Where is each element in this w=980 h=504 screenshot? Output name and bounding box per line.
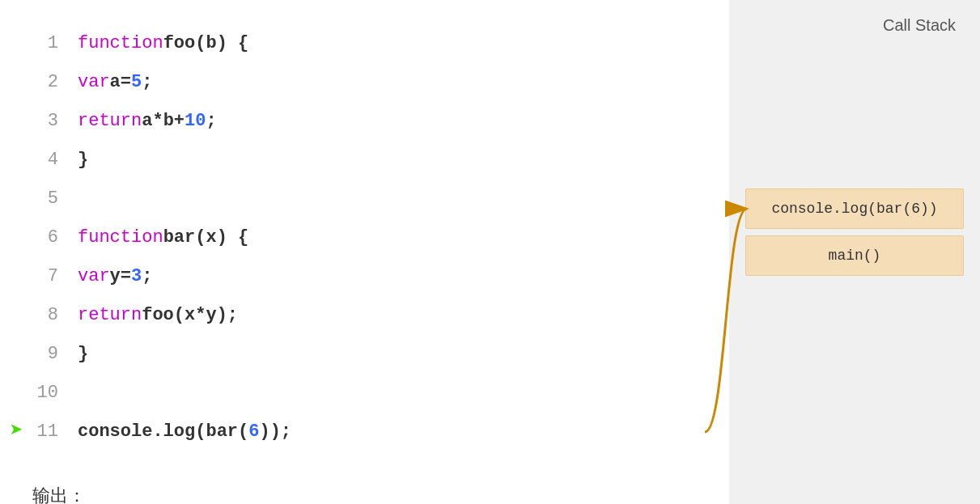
- line-number: 5: [32, 180, 58, 218]
- code-token: a: [110, 63, 121, 102]
- code-line: 8 return foo(x * y);: [32, 296, 713, 335]
- code-token: =: [121, 257, 131, 296]
- line-number: 11: [32, 413, 58, 451]
- current-line-arrow: ➤: [10, 421, 23, 443]
- callstack-title: Call Stack: [883, 16, 956, 35]
- code-token: bar(x) {: [163, 218, 249, 257]
- code-token: return: [78, 102, 142, 141]
- line-content: return a * b + 10;: [78, 102, 217, 141]
- line-number: 2: [32, 63, 58, 102]
- code-area: 1function foo(b) {2 var a = 5;3 return a…: [0, 0, 729, 504]
- code-token: function: [78, 24, 163, 63]
- line-number: 10: [32, 374, 58, 413]
- code-token: ));: [259, 413, 291, 451]
- line-content: function foo(b) {: [78, 24, 248, 63]
- callstack-item: console.log(bar(6)): [745, 188, 964, 229]
- code-line: 2 var a = 5;: [32, 63, 713, 102]
- code-token: function: [78, 218, 163, 257]
- code-token: foo(b) {: [163, 24, 249, 63]
- callstack-items: console.log(bar(6))main(): [745, 188, 964, 276]
- code-line: 1function foo(b) {: [32, 24, 713, 63]
- line-content: }: [78, 335, 88, 374]
- code-token: b: [163, 102, 174, 141]
- code-line: ➤11console.log(bar(6));: [32, 413, 713, 451]
- code-token: console.log(bar(: [78, 413, 248, 451]
- code-line: 7 var y = 3;: [32, 257, 713, 296]
- line-content: var y = 3;: [78, 257, 152, 296]
- line-content: return foo(x * y);: [78, 296, 238, 335]
- line-number: 7: [32, 257, 58, 296]
- code-token: ;: [142, 257, 152, 296]
- code-token: 3: [131, 257, 142, 296]
- line-content: function bar(x) {: [78, 218, 248, 257]
- code-token: var: [78, 63, 110, 102]
- line-number: 4: [32, 141, 58, 180]
- code-line: 10: [32, 374, 713, 413]
- code-token: a: [142, 102, 152, 141]
- line-content: console.log(bar(6));: [78, 413, 291, 451]
- code-token: *: [195, 296, 206, 335]
- line-number: 3: [32, 102, 58, 141]
- code-token: foo(x: [142, 296, 195, 335]
- callstack-panel: Call Stack console.log(bar(6))main(): [729, 0, 980, 504]
- callstack-item: main(): [745, 235, 964, 276]
- code-token: return: [78, 296, 142, 335]
- code-line: 9}: [32, 335, 713, 374]
- code-line: 5: [32, 180, 713, 218]
- line-number: 6: [32, 218, 58, 257]
- line-content: var a = 5;: [78, 63, 152, 102]
- code-token: 6: [248, 413, 259, 451]
- code-token: +: [174, 102, 185, 141]
- code-line: 4}: [32, 141, 713, 180]
- line-content: }: [78, 141, 88, 180]
- code-token: *: [152, 102, 163, 141]
- code-token: y: [110, 257, 121, 296]
- line-number: 8: [32, 296, 58, 335]
- output-label: 输出：: [32, 484, 713, 504]
- code-token: 5: [131, 63, 142, 102]
- code-token: =: [121, 63, 131, 102]
- line-number: 1: [32, 24, 58, 63]
- code-token: }: [78, 335, 88, 374]
- line-number: 9: [32, 335, 58, 374]
- code-block: 1function foo(b) {2 var a = 5;3 return a…: [32, 24, 713, 451]
- code-token: y);: [206, 296, 238, 335]
- code-token: ;: [142, 63, 152, 102]
- code-token: }: [78, 141, 88, 180]
- code-line: 6function bar(x) {: [32, 218, 713, 257]
- code-token: var: [78, 257, 110, 296]
- code-token: 10: [185, 102, 206, 141]
- code-token: ;: [206, 102, 216, 141]
- code-line: 3 return a * b + 10;: [32, 102, 713, 141]
